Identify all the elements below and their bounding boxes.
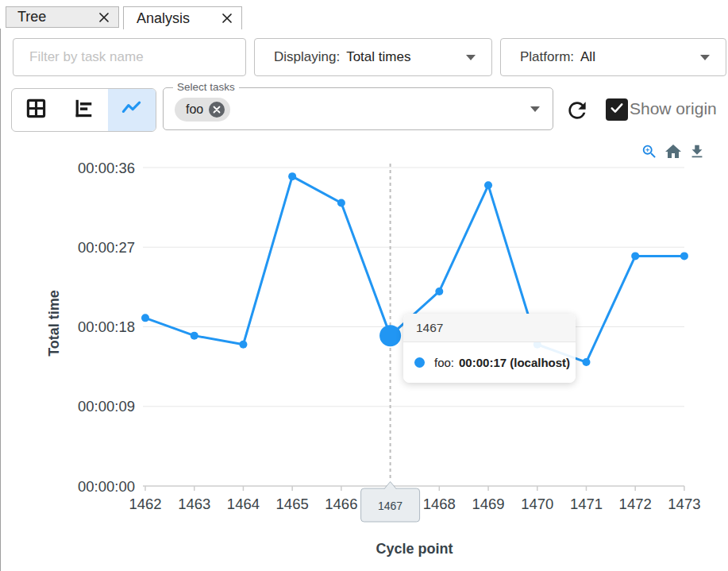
data-point[interactable] bbox=[631, 252, 639, 260]
tooltip-text: foo:00:00:17 (localhost) bbox=[434, 356, 570, 369]
select-tasks-field[interactable]: Select tasks foo bbox=[163, 87, 553, 130]
displaying-value: Total times bbox=[346, 49, 410, 65]
tooltip-header: 1467 bbox=[403, 314, 576, 342]
download-icon[interactable] bbox=[688, 142, 707, 161]
task-chip-label: foo bbox=[186, 102, 203, 117]
x-tick-label: 1467 bbox=[374, 496, 406, 512]
show-origin-label[interactable]: Show origin bbox=[630, 99, 717, 118]
data-point[interactable] bbox=[582, 358, 590, 366]
axis-pointer-callout-edge bbox=[391, 482, 397, 489]
x-axis-title: Cycle point bbox=[376, 541, 453, 557]
line-chart-view-button[interactable] bbox=[108, 89, 156, 131]
data-point[interactable] bbox=[337, 199, 345, 207]
chevron-down-icon bbox=[466, 55, 476, 60]
tab-tree-label: Tree bbox=[17, 9, 98, 25]
zoom-in-icon[interactable] bbox=[640, 142, 659, 161]
axis-pointer-callout bbox=[384, 482, 396, 490]
x-tick-label: 1471 bbox=[570, 496, 603, 512]
y-tick-label: 00:00:09 bbox=[78, 398, 135, 415]
x-tick-label: 1462 bbox=[129, 496, 161, 512]
data-point[interactable] bbox=[191, 332, 198, 340]
chevron-down-icon[interactable] bbox=[530, 106, 540, 112]
series-dot-icon bbox=[414, 357, 425, 368]
data-point[interactable] bbox=[484, 181, 492, 189]
axis-pointer-box bbox=[361, 488, 420, 522]
data-point[interactable] bbox=[141, 314, 149, 322]
tooltip-body: foo:00:00:17 (localhost) bbox=[403, 342, 576, 383]
y-tick-label: 00:00:00 bbox=[78, 478, 135, 495]
platform-value: All bbox=[580, 49, 595, 65]
close-icon[interactable] bbox=[221, 12, 233, 25]
show-origin-checkbox[interactable] bbox=[606, 98, 628, 121]
task-chip-foo[interactable]: foo bbox=[175, 98, 230, 122]
x-tick-label: 1464 bbox=[227, 496, 260, 512]
checkmark-icon bbox=[609, 100, 625, 119]
analysis-pane: Tree Analysis Displaying: Total times Pl… bbox=[0, 0, 728, 571]
tooltip-value: 00:00:17 (localhost) bbox=[459, 356, 570, 369]
home-icon[interactable] bbox=[664, 142, 683, 161]
x-tick-label: 1466 bbox=[325, 496, 357, 512]
displaying-label: Displaying: bbox=[274, 49, 340, 65]
chip-remove-icon[interactable] bbox=[209, 102, 225, 118]
analysis-chart: 00:00:0000:00:0900:00:1800:00:2700:00:36… bbox=[0, 0, 728, 571]
data-point[interactable] bbox=[239, 341, 247, 349]
data-point[interactable] bbox=[680, 252, 688, 260]
bar-chart-icon bbox=[73, 98, 94, 122]
x-tick-label: 1469 bbox=[472, 496, 504, 512]
task-filter-input[interactable] bbox=[13, 38, 246, 76]
data-point[interactable] bbox=[387, 332, 395, 340]
refresh-icon bbox=[564, 112, 590, 125]
tab-analysis[interactable]: Analysis bbox=[123, 6, 242, 29]
x-tick-label: 1468 bbox=[423, 496, 456, 512]
x-tick-label: 1470 bbox=[521, 496, 553, 512]
platform-label: Platform: bbox=[520, 49, 574, 65]
y-tick-label: 00:00:18 bbox=[78, 318, 135, 335]
y-tick-label: 00:00:27 bbox=[78, 239, 135, 256]
axis-pointer-callout-edge bbox=[384, 482, 391, 489]
y-axis-title: Total time bbox=[46, 290, 63, 357]
x-tick-label: 1473 bbox=[668, 496, 700, 512]
highlighted-data-point[interactable] bbox=[379, 325, 401, 346]
line-chart-icon bbox=[121, 98, 142, 122]
chart-toolbar bbox=[640, 142, 707, 161]
x-tick-label: 1463 bbox=[178, 496, 210, 512]
view-toggle-group bbox=[11, 88, 156, 132]
data-point[interactable] bbox=[288, 172, 296, 180]
tooltip-series-label: foo: bbox=[434, 356, 454, 369]
refresh-button[interactable] bbox=[564, 98, 590, 123]
table-icon bbox=[25, 98, 47, 122]
tab-tree[interactable]: Tree bbox=[6, 6, 119, 28]
y-tick-label: 00:00:36 bbox=[78, 160, 135, 176]
chart-tooltip: 1467 foo:00:00:17 (localhost) bbox=[403, 314, 576, 383]
axis-pointer-label: 1467 bbox=[378, 500, 403, 512]
chevron-down-icon bbox=[700, 55, 710, 60]
tab-analysis-label: Analysis bbox=[137, 10, 221, 27]
select-tasks-label: Select tasks bbox=[173, 81, 239, 93]
table-view-button[interactable] bbox=[12, 89, 60, 131]
x-tick-label: 1465 bbox=[276, 496, 309, 512]
bar-chart-view-button[interactable] bbox=[60, 89, 107, 131]
x-tick-label: 1472 bbox=[619, 496, 652, 512]
data-point[interactable] bbox=[435, 287, 443, 295]
close-icon[interactable] bbox=[98, 11, 110, 24]
displaying-select[interactable]: Displaying: Total times bbox=[254, 38, 492, 76]
pane-divider bbox=[0, 29, 1, 571]
platform-select[interactable]: Platform: All bbox=[500, 38, 726, 76]
